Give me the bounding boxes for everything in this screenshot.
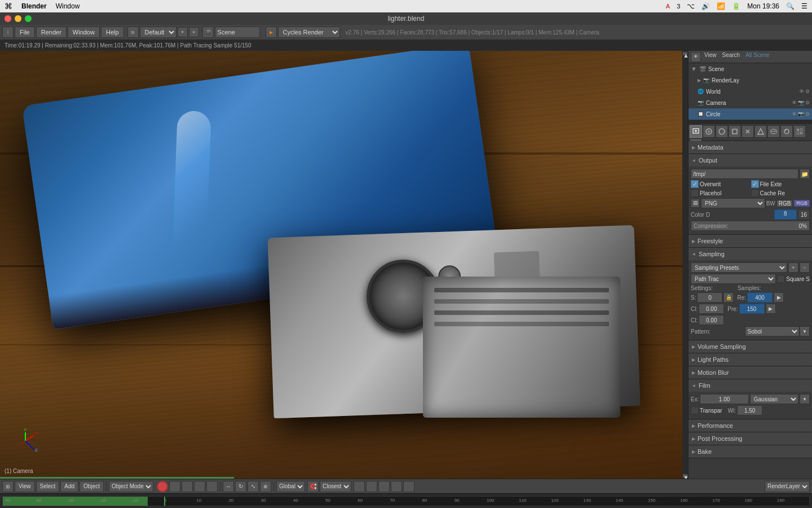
file-ext-checkbox[interactable]: ✓ [751, 180, 759, 188]
world-eye[interactable]: 👁 [799, 89, 804, 94]
menu-icon[interactable]: ☰ [801, 2, 807, 10]
square-samples-checkbox[interactable] [777, 275, 785, 283]
maximize-button[interactable] [25, 15, 32, 22]
pre-input[interactable] [739, 304, 765, 314]
apple-logo[interactable]: ⌘ [5, 2, 12, 11]
info-icon[interactable]: i [2, 27, 14, 38]
world-settings[interactable]: ⚙ [805, 89, 810, 94]
world-props-icon[interactable] [716, 125, 728, 138]
camera-eye[interactable]: 👁 [792, 100, 797, 106]
transparent-checkbox[interactable] [691, 406, 699, 414]
viewport-shading5[interactable] [206, 481, 218, 492]
scene-props-icon[interactable] [703, 125, 715, 138]
snap-options3[interactable] [378, 481, 390, 492]
placeholder-checkbox[interactable] [691, 189, 699, 197]
add-btn[interactable]: Add [60, 481, 78, 492]
allscene-label[interactable]: All Scene [743, 52, 771, 62]
viewport-scrollbar[interactable]: ▲ ▼ [682, 51, 688, 479]
film-header[interactable]: ▼ Film ··· [689, 379, 812, 392]
pre-arrow[interactable]: ▶ [766, 304, 776, 314]
texture-props-icon[interactable] [793, 125, 806, 138]
outliner-item-world[interactable]: 🌐 World 👁 ⚙ [689, 86, 812, 97]
camera-settings[interactable]: ⚙ [805, 100, 810, 106]
outliner-scrollbar[interactable] [689, 120, 812, 124]
viewport[interactable]: (1) Camera X Y Z ▲ ▼ [0, 51, 688, 479]
object-btn[interactable]: Object [80, 481, 104, 492]
viewport-shading4[interactable] [194, 481, 205, 492]
light-paths-header[interactable]: ▶ Light Paths ··· [689, 353, 812, 366]
render-engine-select[interactable]: Cycles Render [278, 27, 340, 38]
volume-sampling-header[interactable]: ▶ Volume Sampling ··· [689, 340, 812, 353]
viewport-shading-solid[interactable] [157, 481, 168, 492]
constraint-props-icon[interactable] [742, 125, 754, 138]
ci2-input[interactable] [699, 315, 724, 325]
timeline-track[interactable]: -50 -40 -30 -20 -10 0 10 20 30 40 50 60 … [2, 496, 810, 506]
window-menu-btn[interactable]: Window [68, 27, 100, 38]
scroll-down[interactable]: ▼ [683, 474, 687, 478]
sampling-method-select[interactable]: Path Trac [691, 274, 776, 284]
sampling-header[interactable]: ▼ Sampling ··· [689, 248, 812, 260]
snap-options2[interactable] [366, 481, 377, 492]
preset-add-btn[interactable]: + [788, 262, 798, 273]
viewport-shading3[interactable] [182, 481, 193, 492]
viewport-shading2[interactable] [169, 481, 180, 492]
post-processing-header[interactable]: ▶ Post Processing ··· [689, 432, 812, 445]
minimize-button[interactable] [15, 15, 21, 22]
circle-render[interactable]: 📷 [798, 111, 804, 117]
render-menu[interactable]: Render [36, 27, 67, 38]
camera-render[interactable]: 📷 [798, 100, 804, 106]
snap-options1[interactable] [354, 481, 365, 492]
object-props-icon[interactable] [729, 125, 741, 138]
data-props-icon[interactable] [767, 125, 780, 138]
s-lock-btn[interactable]: 🔒 [723, 292, 734, 303]
view-btn[interactable]: 👁 [691, 52, 701, 62]
render-props-icon[interactable] [690, 125, 702, 138]
grab-tool[interactable]: ↔ [223, 481, 234, 492]
snap-options5[interactable] [403, 481, 414, 492]
ci1-input[interactable] [699, 304, 724, 314]
modifier-props-icon[interactable] [754, 125, 767, 138]
pattern-select[interactable]: Sobol [745, 326, 800, 336]
performance-header[interactable]: ▶ Performance ··· [689, 419, 812, 432]
sampling-presets-select[interactable]: Sampling Presets [691, 262, 787, 273]
window-menu[interactable]: Window [56, 2, 80, 10]
filter-arrow[interactable]: ▼ [800, 394, 810, 404]
view-label[interactable]: View [702, 52, 719, 62]
transform-tool[interactable]: ⊕ [260, 481, 271, 492]
re-arrow[interactable]: ▶ [774, 292, 784, 303]
mode-select[interactable]: Object Mode [109, 481, 153, 492]
outliner-item-camera[interactable]: 📷 Camera 👁 📷 ⚙ [689, 97, 812, 108]
pivot-select[interactable]: Global [276, 481, 305, 492]
scene-input[interactable] [215, 27, 260, 38]
color-depth-16[interactable]: 16 [798, 209, 810, 220]
blender-app-name[interactable]: Blender [21, 2, 47, 10]
outliner-item-renderlayer[interactable]: ▶ 📷 RenderLay [689, 75, 812, 86]
search-icon[interactable]: 🔍 [786, 2, 795, 10]
filter-select[interactable]: Gaussian [750, 394, 798, 404]
circle-settings[interactable]: ⚙ [805, 111, 810, 117]
bake-header[interactable]: ▶ Bake ··· [689, 445, 812, 458]
rgba-badge[interactable]: RGB [794, 200, 810, 207]
scale-tool[interactable]: ⤡ [248, 481, 259, 492]
rotate-tool[interactable]: ↻ [235, 481, 246, 492]
format-select[interactable]: PNG [701, 198, 765, 208]
snap-options4[interactable] [391, 481, 402, 492]
scroll-up[interactable]: ▲ [683, 52, 687, 55]
output-path-input[interactable] [691, 169, 798, 179]
re-input[interactable] [747, 292, 773, 303]
folder-browse-btn[interactable]: 📁 [800, 169, 810, 179]
material-props-icon[interactable] [780, 125, 793, 138]
file-menu[interactable]: File [15, 27, 35, 38]
overwrite-checkbox[interactable]: ✓ [691, 180, 699, 188]
snap-icon[interactable]: 🧲 [307, 481, 319, 492]
workspace-add[interactable]: + [178, 27, 188, 37]
compression-field[interactable]: Compression: 0% [691, 221, 810, 231]
pattern-arrow[interactable]: ▼ [800, 326, 810, 336]
rgb-label[interactable]: RGB [776, 200, 793, 207]
color-depth-8[interactable]: 8 [774, 209, 797, 220]
exposure-input[interactable] [700, 394, 748, 404]
search-label[interactable]: Search [720, 52, 743, 62]
outliner-item-scene[interactable]: ▼ 🎬 Scene [689, 63, 812, 75]
help-menu[interactable]: Help [101, 27, 124, 38]
circle-eye[interactable]: 👁 [792, 111, 797, 117]
